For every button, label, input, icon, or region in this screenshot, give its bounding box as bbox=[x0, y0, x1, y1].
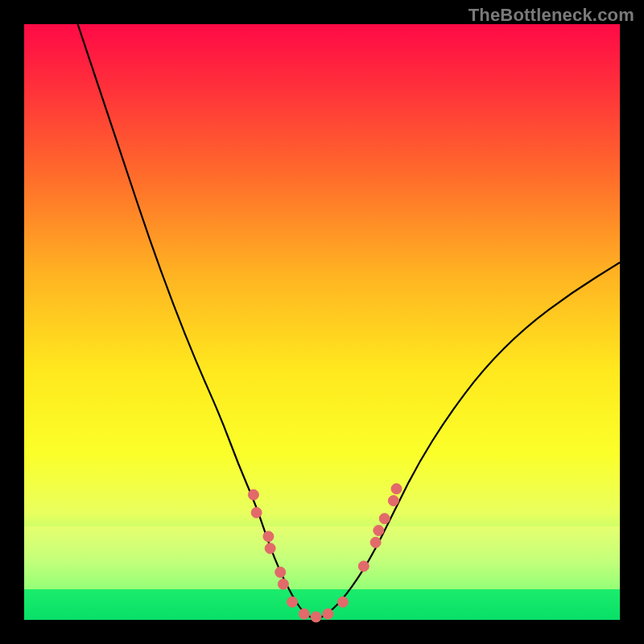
right-markers-group bbox=[323, 484, 402, 619]
data-marker bbox=[370, 537, 381, 547]
data-marker bbox=[379, 514, 390, 524]
data-marker bbox=[337, 597, 348, 607]
data-marker bbox=[287, 597, 298, 607]
bottleneck-curve bbox=[78, 24, 620, 618]
data-marker bbox=[374, 526, 384, 536]
chart-frame: TheBottleneck.com bbox=[0, 0, 644, 644]
watermark-label: TheBottleneck.com bbox=[469, 5, 634, 26]
data-marker bbox=[251, 507, 262, 518]
data-marker bbox=[311, 612, 321, 622]
data-marker bbox=[323, 609, 333, 619]
data-marker bbox=[263, 531, 274, 542]
left-markers-group bbox=[248, 489, 321, 622]
data-marker bbox=[275, 567, 286, 577]
data-marker bbox=[391, 484, 402, 494]
data-marker bbox=[265, 543, 275, 554]
data-marker bbox=[358, 561, 369, 572]
data-marker bbox=[248, 489, 258, 500]
curve-layer bbox=[24, 24, 620, 620]
plot-area bbox=[24, 24, 620, 620]
data-marker bbox=[299, 609, 309, 619]
data-marker bbox=[278, 579, 288, 589]
data-marker bbox=[388, 496, 398, 506]
